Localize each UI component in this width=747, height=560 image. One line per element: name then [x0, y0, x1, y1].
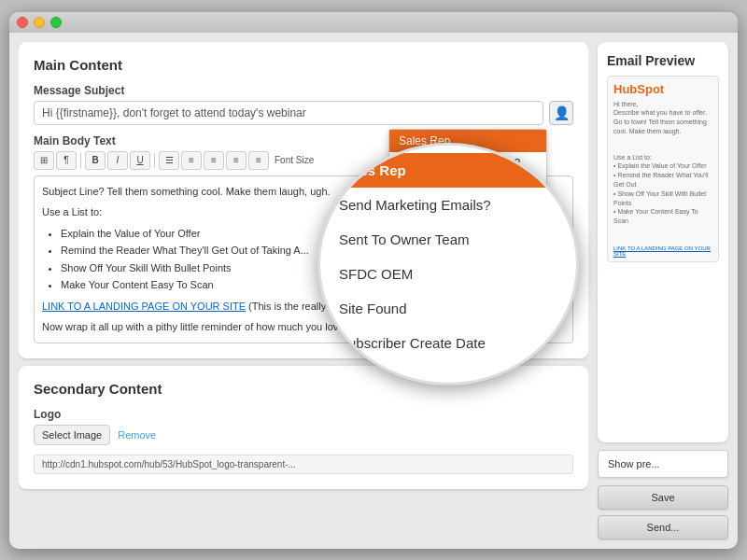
close-button[interactable] — [17, 17, 28, 28]
toolbar-para-btn[interactable]: ¶ — [56, 151, 77, 170]
maximize-button[interactable] — [50, 17, 62, 28]
preview-link: LINK TO A LANDING PAGE ON YOUR SITE — [613, 245, 712, 257]
preview-text-list4: • Make Your Content Easy To Scan — [613, 207, 712, 226]
magnified-item-send-marketing[interactable]: Send Marketing Emails? — [320, 188, 576, 222]
toolbar-underline-btn[interactable]: U — [130, 151, 150, 170]
preview-text-wrap: Now wrap it all up with a pithy little r… — [613, 259, 712, 261]
logo-label: Logo — [34, 408, 573, 421]
minimize-button[interactable] — [34, 17, 45, 28]
magnified-item-sfdc-oem[interactable]: SFDC OEM — [320, 257, 576, 291]
toolbar-list-btn[interactable]: ☰ — [159, 151, 179, 170]
subject-row: 👤 Sales Rep Send Marketing Emails? Sent … — [34, 101, 573, 125]
font-size-label: Font Size — [275, 155, 314, 165]
secondary-content-title: Secondary Content — [34, 381, 573, 397]
preview-content: HubSpot Hi there, Describe what you have… — [607, 76, 719, 262]
preview-text-hi: Hi there, — [613, 100, 712, 109]
action-buttons: Save Send... — [598, 485, 728, 539]
send-button[interactable]: Send... — [598, 515, 728, 539]
toolbar-grid-btn[interactable]: ⊞ — [34, 151, 54, 170]
preview-text-list-intro: Use a List to: — [613, 153, 712, 162]
secondary-content-card: Secondary Content Logo Select Image Remo… — [19, 366, 588, 489]
person-icon: 👤 — [554, 105, 570, 120]
remove-link[interactable]: Remove — [118, 429, 156, 441]
titlebar — [9, 12, 738, 33]
toolbar-sep2 — [154, 153, 155, 168]
preview-text-desc: Describe what you have to offer. Go to t… — [613, 108, 712, 135]
select-image-button[interactable]: Select Image — [34, 425, 110, 445]
mac-window: Main Content Message Subject 👤 Sales Rep… — [9, 12, 738, 549]
toolbar-align-left-btn[interactable]: ≡ — [181, 151, 202, 170]
logo-url: http://cdn1.hubspot.com/hub/53/HubSpot_l… — [34, 455, 573, 474]
hubspot-logo: HubSpot — [613, 82, 712, 96]
toolbar-justify-btn[interactable]: ≡ — [248, 151, 269, 170]
email-preview-card: Email Preview HubSpot Hi there, Describe… — [598, 42, 728, 442]
toolbar-sep1 — [80, 153, 81, 168]
toolbar-italic-btn[interactable]: I — [107, 151, 128, 170]
logo-row: Select Image Remove — [34, 425, 573, 445]
magnified-item-sent-owner[interactable]: Sent To Owner Team — [320, 222, 576, 257]
preview-text-list1: • Explain the Value of Your Offer — [613, 161, 712, 171]
main-content-title: Main Content — [34, 57, 573, 73]
subject-label: Message Subject — [34, 84, 573, 97]
preview-text-list3: • Show Off Your Skill With Bullet Points — [613, 189, 712, 208]
right-panel: Email Preview HubSpot Hi there, Describe… — [598, 42, 728, 539]
magnified-item-site-found[interactable]: Site Found — [320, 291, 576, 326]
toolbar-align-right-btn[interactable]: ≡ — [226, 151, 247, 170]
preview-text-list2: • Remind the Reader What You'll Get Out — [613, 171, 712, 189]
toolbar-align-center-btn[interactable]: ≡ — [204, 151, 224, 170]
save-button[interactable]: Save — [598, 485, 728, 510]
show-preview-button[interactable]: Show pre... — [598, 450, 728, 478]
toolbar-bold-btn[interactable]: B — [85, 151, 106, 170]
subject-icon-btn[interactable]: 👤 — [549, 101, 573, 125]
subject-input[interactable] — [34, 101, 543, 125]
magnified-dropdown: Sales Rep Send Marketing Emails? Sent To… — [320, 146, 576, 368]
magnified-dropdown-overlay: Sales Rep Send Marketing Emails? Sent To… — [317, 143, 579, 385]
landing-page-link[interactable]: LINK TO A LANDING PAGE ON YOUR SITE — [42, 301, 246, 312]
preview-title: Email Preview — [607, 53, 719, 68]
